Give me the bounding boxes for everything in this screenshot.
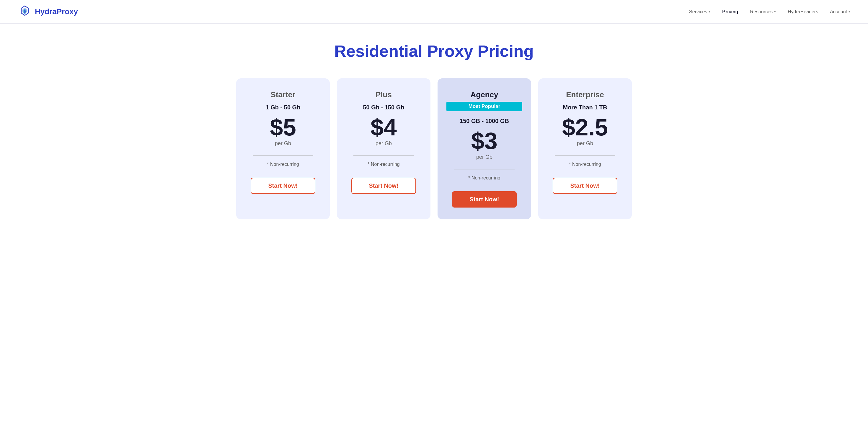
nav-hydraheaders[interactable]: HydraHeaders: [788, 9, 818, 15]
price: $4: [371, 116, 397, 139]
per-gb: per Gb: [476, 154, 492, 160]
price: $5: [270, 116, 296, 139]
divider: [454, 169, 515, 169]
non-recurring: * Non-recurring: [569, 162, 601, 167]
price: $3: [471, 129, 497, 153]
chevron-down-icon: ▾: [774, 10, 776, 13]
page-title: Residential Proxy Pricing: [236, 41, 632, 61]
plan-plus: Plus 50 Gb - 150 Gb $4 per Gb * Non-recu…: [337, 78, 430, 219]
non-recurring: * Non-recurring: [468, 175, 500, 180]
logo-icon: [18, 5, 32, 19]
per-gb: per Gb: [577, 140, 593, 147]
gb-range: More Than 1 TB: [563, 104, 607, 111]
pricing-cards: Starter 1 Gb - 50 Gb $5 per Gb * Non-rec…: [236, 78, 632, 219]
nav-account[interactable]: Account ▾: [830, 9, 850, 15]
gb-range: 150 GB - 1000 GB: [460, 118, 509, 124]
divider: [253, 156, 314, 156]
per-gb: per Gb: [275, 140, 291, 147]
plan-name: Plus: [376, 90, 392, 99]
chevron-down-icon: ▾: [848, 10, 850, 13]
nav-resources[interactable]: Resources ▾: [750, 9, 776, 15]
logo-link[interactable]: HydraProxy: [18, 5, 78, 19]
main-content: Residential Proxy Pricing Starter 1 Gb -…: [213, 24, 655, 249]
per-gb: per Gb: [376, 140, 392, 147]
price: $2.5: [562, 116, 608, 139]
gb-range: 1 Gb - 50 Gb: [266, 104, 301, 111]
start-now-button[interactable]: Start Now!: [452, 191, 516, 207]
plan-starter: Starter 1 Gb - 50 Gb $5 per Gb * Non-rec…: [236, 78, 330, 219]
plan-name: Starter: [271, 90, 296, 99]
nav-pricing[interactable]: Pricing: [722, 9, 738, 15]
divider: [555, 156, 616, 156]
start-now-button[interactable]: Start Now!: [251, 178, 315, 194]
non-recurring: * Non-recurring: [368, 162, 399, 167]
plan-enterprise: Enterprise More Than 1 TB $2.5 per Gb * …: [538, 78, 632, 219]
start-now-button[interactable]: Start Now!: [553, 178, 617, 194]
main-nav: Services ▾ Pricing Resources ▾ HydraHead…: [689, 9, 850, 15]
non-recurring: * Non-recurring: [267, 162, 299, 167]
start-now-button[interactable]: Start Now!: [351, 178, 416, 194]
divider: [353, 156, 414, 156]
most-popular-badge: Most Popular: [446, 102, 522, 111]
nav-services[interactable]: Services ▾: [689, 9, 710, 15]
brand-name: HydraProxy: [35, 7, 78, 16]
plan-name: Agency: [471, 90, 498, 99]
plan-name: Enterprise: [566, 90, 604, 99]
plan-agency: Agency Most Popular 150 GB - 1000 GB $3 …: [438, 78, 531, 219]
chevron-down-icon: ▾: [709, 10, 710, 13]
header: HydraProxy Services ▾ Pricing Resources …: [0, 0, 868, 24]
gb-range: 50 Gb - 150 Gb: [363, 104, 404, 111]
